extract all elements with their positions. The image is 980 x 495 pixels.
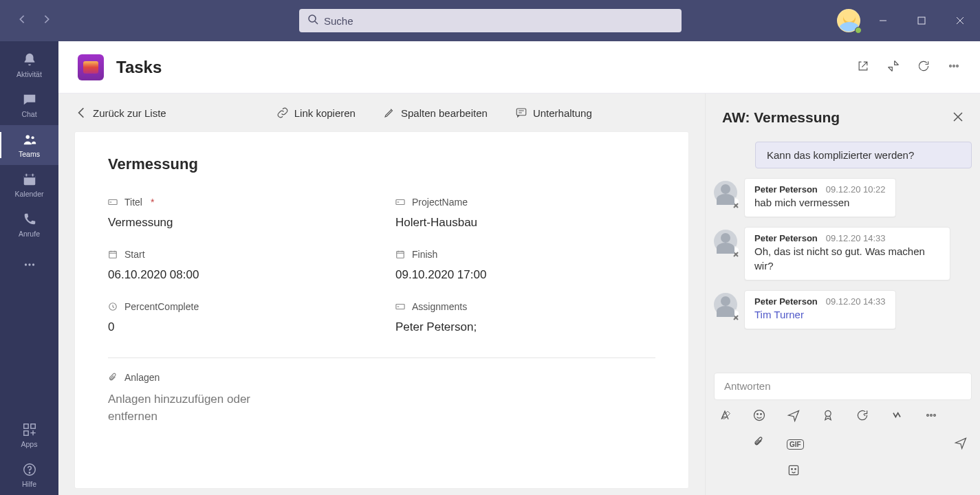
field-projectname[interactable]: ProjectName Holert-Hausbau: [395, 197, 655, 230]
field-label-text: Titel: [124, 197, 142, 208]
refresh-icon[interactable]: [917, 59, 930, 76]
avatar[interactable]: [714, 293, 737, 316]
titlebar-right: [837, 9, 980, 32]
divider: [108, 358, 655, 358]
svg-point-16: [957, 65, 959, 67]
mention[interactable]: Tim Turner: [754, 309, 804, 320]
attachments-placeholder: Anlagen hinzuzufügen oder entfernen: [108, 391, 287, 425]
svg-point-32: [792, 469, 793, 470]
svg-point-2: [25, 135, 30, 140]
message-bubble[interactable]: Peter Peterson09.12.20 14:33 Oh, das ist…: [744, 227, 950, 280]
field-value: Peter Peterson;: [395, 320, 655, 334]
rail-label: Kalender: [14, 190, 43, 198]
svg-point-25: [757, 414, 759, 415]
item-card: Vermessung Titel* Vermessung ProjectName…: [75, 132, 688, 488]
teams-addon-icon[interactable]: [890, 408, 904, 425]
svg-point-0: [309, 15, 316, 22]
message-bubble[interactable]: Peter Peterson09.12.20 14:33 Tim Turner: [744, 290, 896, 329]
rail-label: Hilfe: [22, 480, 36, 488]
attachments-section[interactable]: Anlagen Anlagen hinzuzufügen oder entfer…: [108, 372, 655, 425]
svg-rect-21: [397, 252, 404, 258]
content: Zurück zur Liste Link kopieren Spalten b…: [58, 94, 980, 495]
field-value: Holert-Hausbau: [395, 216, 655, 230]
praise-icon[interactable]: [821, 408, 835, 425]
svg-point-13: [29, 472, 30, 473]
nav-back-button[interactable]: [17, 14, 27, 27]
svg-point-30: [934, 415, 936, 417]
msg-text: Oh, das ist nicht so gut. Was machen wir…: [754, 245, 940, 273]
conversation-body[interactable]: Kann das komplizierter werden? Peter Pet…: [706, 142, 980, 370]
field-label-text: ProjectName: [412, 197, 468, 208]
emoji-icon[interactable]: [752, 408, 766, 425]
field-label-text: PercentComplete: [124, 301, 199, 312]
conversation-pane: AW: Vermessung Kann das komplizierter we…: [705, 94, 980, 495]
format-icon[interactable]: [718, 408, 732, 425]
rail-more[interactable]: [0, 245, 58, 285]
searchbox[interactable]: [299, 9, 682, 32]
back-to-list-button[interactable]: Zurück zur Liste: [75, 107, 166, 119]
titlebar: [0, 0, 980, 41]
rail-calls[interactable]: Anrufe: [0, 205, 58, 245]
rail-calendar[interactable]: Kalender: [0, 165, 58, 205]
field-assignments[interactable]: Assignments Peter Peterson;: [395, 301, 655, 334]
rail-help[interactable]: Hilfe: [0, 455, 58, 495]
field-percentcomplete[interactable]: PercentComplete 0: [108, 301, 368, 334]
message-bubble[interactable]: Peter Peterson09.12.20 10:22 hab mich ve…: [744, 178, 896, 217]
nav-forward-button[interactable]: [42, 14, 52, 27]
msg-time: 09.12.20 14:33: [826, 233, 886, 243]
more-compose-icon[interactable]: [924, 408, 938, 425]
svg-point-28: [927, 415, 929, 417]
search-input[interactable]: [324, 15, 673, 27]
collapse-icon[interactable]: [886, 59, 900, 76]
required-mark: *: [151, 197, 154, 208]
msg-time: 09.12.20 14:33: [826, 296, 886, 307]
message: Peter Peterson09.12.20 14:33 Oh, das ist…: [714, 227, 972, 280]
sticker-icon[interactable]: [787, 463, 801, 480]
rail-label: Teams: [19, 150, 40, 158]
send-button[interactable]: [954, 436, 968, 452]
avatar[interactable]: [714, 181, 737, 204]
gif-icon[interactable]: GIF: [787, 439, 804, 450]
svg-rect-1: [918, 17, 925, 24]
rail-apps[interactable]: Apps: [0, 415, 58, 455]
reply-input[interactable]: [724, 380, 961, 392]
rail-chat[interactable]: Chat: [0, 85, 58, 125]
main: Tasks Zurück zur Liste Link kopieren: [58, 41, 980, 495]
popout-icon[interactable]: [856, 59, 870, 76]
copy-link-button[interactable]: Link kopieren: [276, 107, 356, 119]
svg-point-29: [930, 415, 933, 417]
loop-icon[interactable]: [856, 408, 869, 425]
item-title: Vermessung: [108, 155, 655, 173]
field-value: 0: [108, 320, 368, 334]
more-icon[interactable]: [947, 59, 961, 76]
back-label: Zurück zur Liste: [93, 107, 166, 119]
reply-box[interactable]: [714, 373, 972, 400]
field-label-text: Assignments: [412, 301, 467, 312]
window-close-button[interactable]: [944, 10, 976, 32]
field-start[interactable]: Start 06.10.2020 08:00: [108, 249, 368, 282]
user-avatar[interactable]: [837, 9, 860, 32]
window-maximize-button[interactable]: [906, 10, 937, 32]
field-label-text: Finish: [412, 249, 437, 260]
field-value: 09.10.2020 17:00: [395, 268, 655, 282]
conversation-label: Unterhaltung: [533, 107, 592, 119]
field-title[interactable]: Titel* Vermessung: [108, 197, 368, 230]
field-finish[interactable]: Finish 09.10.2020 17:00: [395, 249, 655, 282]
rail-label: Anrufe: [19, 230, 40, 238]
rail-activity[interactable]: Aktivität: [0, 45, 58, 85]
send-alt-icon[interactable]: [787, 408, 801, 425]
close-conversation-button[interactable]: [952, 109, 963, 126]
item-toolbar: Zurück zur Liste Link kopieren Spalten b…: [75, 94, 688, 132]
window-minimize-button[interactable]: [867, 10, 899, 32]
svg-rect-17: [516, 109, 526, 116]
msg-author: Peter Peterson: [754, 233, 818, 243]
svg-point-3: [31, 136, 34, 139]
rail-teams[interactable]: Teams: [0, 125, 58, 165]
svg-point-27: [825, 410, 831, 416]
msg-time: 09.12.20 10:22: [826, 184, 886, 195]
edit-columns-button[interactable]: Spalten bearbeiten: [383, 107, 488, 119]
tab-header: Tasks: [58, 41, 980, 94]
attach-icon[interactable]: [752, 436, 766, 452]
conversation-button[interactable]: Unterhaltung: [515, 107, 592, 119]
avatar[interactable]: [714, 230, 737, 253]
